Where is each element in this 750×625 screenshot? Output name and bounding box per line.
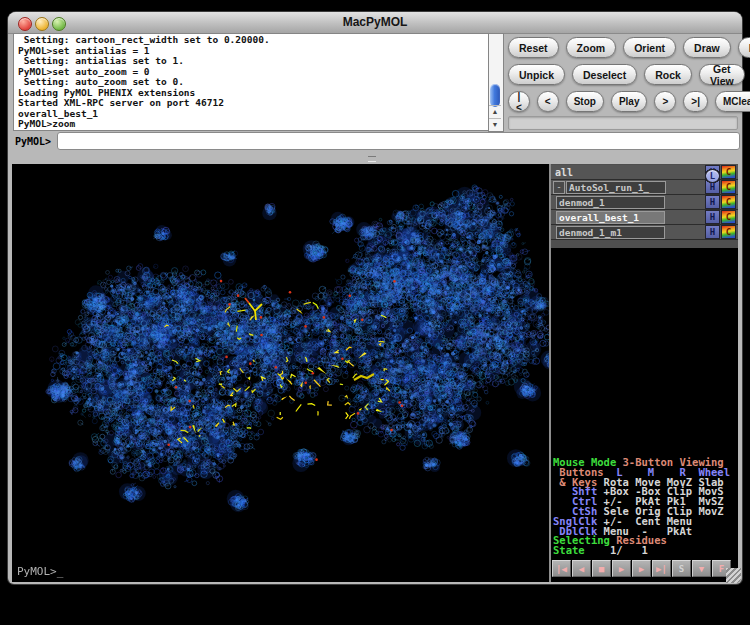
macpymol-window: MacPyMOL Setting: cartoon_rect_width set… [8,12,742,584]
console-line: overall_best_1 [18,109,488,120]
get-view-button[interactable]: Get View [699,64,745,85]
menu-button[interactable]: ▼ [692,560,711,577]
hide-menu-button[interactable]: H [705,225,720,239]
control-button-row-1: ResetZoomOrientDrawRay [508,37,750,58]
ray-button[interactable]: Ray [738,37,750,58]
object-name[interactable]: denmod_1_m1 [556,226,665,239]
movie-prev-button[interactable]: < [537,91,559,112]
viewport-prompt: PyMOL>_ [17,565,63,578]
orient-button[interactable]: Orient [623,37,676,58]
mouse-panel-token: 1/ 1 [591,544,648,556]
main-area: PyMOL>_ allASHLC-AutoSol_run_1_ASHLCdenm… [12,164,738,582]
deselect-button[interactable]: Deselect [572,64,637,85]
console-line: PyMOL>zoom [18,119,488,130]
mouse-panel-token: State [553,544,591,556]
seek-start-button[interactable]: |◀ [552,560,571,577]
movie-clear-button[interactable]: MClear [715,91,750,112]
console-line: Setting: cartoon_rect_width set to 0.200… [18,35,488,46]
command-prompt-label: PyMOL> [15,136,51,147]
mouse-mode-panel: Mouse Mode 3-Button Viewing Buttons L M … [553,458,738,556]
menu-tiles: ASHLC [705,210,736,224]
control-button-row-2: UnpickDeselectRockGet View [508,64,745,85]
command-input[interactable] [57,132,740,150]
status-strip [508,116,738,130]
object-name[interactable]: denmod_1 [556,196,665,209]
resize-grip[interactable] [726,568,741,583]
seek-end-button[interactable]: ▶| [652,560,671,577]
label-menu-button[interactable]: L [705,169,720,183]
movie-first-button[interactable]: |< [508,91,530,112]
console-scrollbar[interactable]: ▲ ▼ [488,33,504,132]
color-menu-button[interactable]: C [721,165,736,179]
collapse-toggle[interactable]: - [553,181,565,194]
movie-next-button[interactable]: > [654,91,676,112]
mouse-panel-line[interactable]: State 1/ 1 [553,546,738,556]
zoom-button[interactable]: Zoom [566,37,617,58]
step-forward-button[interactable]: ▶ [632,560,651,577]
window-title: MacPyMOL [8,12,742,33]
console-line: Setting: auto_zoom set to 0. [18,77,488,88]
console-line: Setting: antialias set to 1. [18,56,488,67]
object-panel: allASHLC-AutoSol_run_1_ASHLCdenmod_1ASHL… [551,164,738,248]
console-line: Started XML-RPC server on port 46712 [18,98,488,109]
object-name[interactable]: all [555,167,573,178]
density-mesh-render[interactable] [12,164,549,582]
hide-menu-button[interactable]: H [705,195,720,209]
rock-button[interactable]: Rock [644,64,692,85]
reset-button[interactable]: Reset [508,37,559,58]
movie-play-button[interactable]: Play [611,91,648,112]
object-name[interactable]: overall_best_1 [556,211,665,224]
movie-control-bar: |◀◀■▶▶▶|S▼F [552,560,731,577]
menu-tiles: ASHLC [705,225,736,239]
step-back-button[interactable]: ◀ [572,560,591,577]
hide-menu-button[interactable]: H [705,210,720,224]
stop-button[interactable]: ■ [592,560,611,577]
scroll-down-icon[interactable]: ▼ [489,118,501,131]
movie-stop-button[interactable]: Stop [566,91,604,112]
movie-last-button[interactable]: >| [683,91,708,112]
color-menu-button[interactable]: C [721,195,736,209]
unpick-button[interactable]: Unpick [508,64,565,85]
title-bar[interactable]: MacPyMOL [8,12,742,34]
splitter-handle[interactable] [368,156,376,162]
play-button[interactable]: ▶ [612,560,631,577]
control-button-row-3: |<<StopPlay>>|MClear [508,91,750,112]
console-log: Setting: cartoon_rect_width set to 0.200… [13,33,488,131]
right-panel: allASHLC-AutoSol_run_1_ASHLCdenmod_1ASHL… [551,164,738,582]
object-name[interactable]: AutoSol_run_1_ [566,181,666,194]
color-menu-button[interactable]: C [721,225,736,239]
color-menu-button[interactable]: C [721,210,736,224]
scroll-up-icon[interactable]: ▲ [489,105,501,118]
gl-viewport[interactable]: PyMOL>_ [12,164,549,582]
scrollbar-thumb[interactable] [490,84,500,107]
object-row-overall-best-1: overall_best_1ASHLC [551,210,738,225]
draw-button[interactable]: Draw [683,37,731,58]
menu-tiles: ASHLC [705,195,736,209]
scene-button[interactable]: S [672,560,691,577]
object-row-denmod-1: denmod_1ASHLC [551,195,738,210]
object-row-denmod-1-m1: denmod_1_m1ASHLC [551,225,738,240]
color-menu-button[interactable]: C [721,180,736,194]
